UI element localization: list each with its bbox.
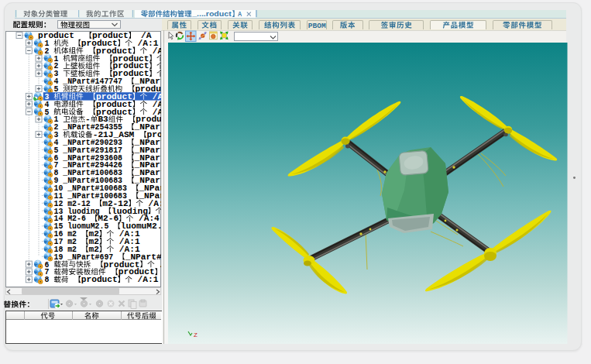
svg-text:/A:1: /A:1 [132, 276, 159, 284]
svg-text:5: 5 [45, 108, 54, 117]
svg-text:/A:1: /A:1 [147, 47, 161, 56]
svg-text:Z: Z [194, 331, 198, 338]
svg-text:/A:1: /A:1 [155, 261, 161, 270]
svg-text:4 _NPart#147747: 4 _NPart#147747 [54, 77, 127, 86]
svg-text:2: 2 [45, 47, 54, 56]
svg-text:8: 8 [45, 276, 54, 284]
svg-text:product: product [81, 276, 118, 284]
